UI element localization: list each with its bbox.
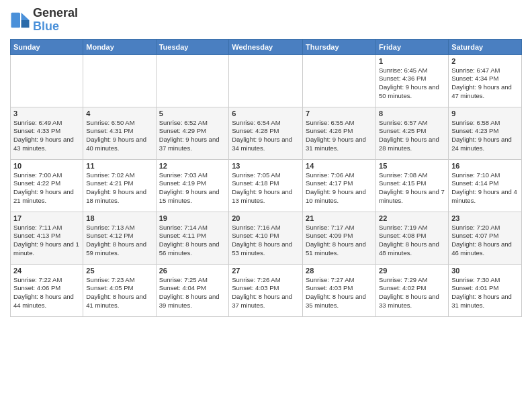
day-info: Sunrise: 7:08 AM Sunset: 4:15 PM Dayligh… <box>379 171 445 205</box>
calendar-cell <box>83 54 156 107</box>
day-info: Sunrise: 7:03 AM Sunset: 4:19 PM Dayligh… <box>159 171 226 205</box>
day-number: 20 <box>232 214 300 222</box>
calendar-cell: 1Sunrise: 6:45 AM Sunset: 4:36 PM Daylig… <box>376 54 449 107</box>
day-number: 21 <box>306 214 373 222</box>
calendar-header-thursday: Thursday <box>303 39 376 54</box>
day-info: Sunrise: 6:54 AM Sunset: 4:28 PM Dayligh… <box>232 119 300 153</box>
day-info: Sunrise: 7:23 AM Sunset: 4:05 PM Dayligh… <box>86 276 152 310</box>
day-info: Sunrise: 7:17 AM Sunset: 4:09 PM Dayligh… <box>306 224 373 258</box>
calendar-cell: 3Sunrise: 6:49 AM Sunset: 4:33 PM Daylig… <box>11 107 83 159</box>
day-number: 2 <box>451 57 519 65</box>
day-info: Sunrise: 6:49 AM Sunset: 4:33 PM Dayligh… <box>13 119 80 153</box>
day-number: 16 <box>451 162 519 170</box>
day-info: Sunrise: 7:30 AM Sunset: 4:01 PM Dayligh… <box>451 276 519 310</box>
calendar-cell: 8Sunrise: 6:57 AM Sunset: 4:25 PM Daylig… <box>376 107 449 159</box>
calendar-cell: 28Sunrise: 7:27 AM Sunset: 4:03 PM Dayli… <box>303 264 376 316</box>
day-info: Sunrise: 7:26 AM Sunset: 4:03 PM Dayligh… <box>232 276 300 310</box>
calendar: SundayMondayTuesdayWednesdayThursdayFrid… <box>10 39 522 317</box>
calendar-week-1: 1Sunrise: 6:45 AM Sunset: 4:36 PM Daylig… <box>11 54 522 107</box>
calendar-cell: 22Sunrise: 7:19 AM Sunset: 4:08 PM Dayli… <box>376 212 449 264</box>
day-number: 4 <box>86 109 152 118</box>
day-number: 9 <box>451 109 519 118</box>
header: General Blue <box>10 7 522 34</box>
day-number: 7 <box>306 109 373 118</box>
day-number: 29 <box>379 267 445 275</box>
calendar-cell: 21Sunrise: 7:17 AM Sunset: 4:09 PM Dayli… <box>303 212 376 264</box>
calendar-cell: 9Sunrise: 6:58 AM Sunset: 4:23 PM Daylig… <box>449 107 522 159</box>
day-info: Sunrise: 7:29 AM Sunset: 4:02 PM Dayligh… <box>379 276 445 310</box>
calendar-cell: 24Sunrise: 7:22 AM Sunset: 4:06 PM Dayli… <box>11 264 83 316</box>
day-number: 19 <box>159 214 226 222</box>
day-info: Sunrise: 6:50 AM Sunset: 4:31 PM Dayligh… <box>86 119 152 153</box>
day-info: Sunrise: 7:10 AM Sunset: 4:14 PM Dayligh… <box>451 171 519 205</box>
calendar-week-5: 24Sunrise: 7:22 AM Sunset: 4:06 PM Dayli… <box>11 264 522 316</box>
calendar-cell <box>303 54 376 107</box>
calendar-cell: 27Sunrise: 7:26 AM Sunset: 4:03 PM Dayli… <box>229 264 303 316</box>
calendar-header-wednesday: Wednesday <box>229 39 303 54</box>
calendar-cell <box>156 54 229 107</box>
calendar-cell: 20Sunrise: 7:16 AM Sunset: 4:10 PM Dayli… <box>229 212 303 264</box>
calendar-cell: 14Sunrise: 7:06 AM Sunset: 4:17 PM Dayli… <box>303 159 376 212</box>
calendar-cell: 17Sunrise: 7:11 AM Sunset: 4:13 PM Dayli… <box>11 212 83 264</box>
calendar-cell: 2Sunrise: 6:47 AM Sunset: 4:34 PM Daylig… <box>449 54 522 107</box>
calendar-cell: 13Sunrise: 7:05 AM Sunset: 4:18 PM Dayli… <box>229 159 303 212</box>
day-info: Sunrise: 7:27 AM Sunset: 4:03 PM Dayligh… <box>306 276 373 310</box>
calendar-cell <box>11 54 83 107</box>
day-info: Sunrise: 7:05 AM Sunset: 4:18 PM Dayligh… <box>232 171 300 205</box>
day-info: Sunrise: 7:19 AM Sunset: 4:08 PM Dayligh… <box>379 224 445 258</box>
day-info: Sunrise: 6:57 AM Sunset: 4:25 PM Dayligh… <box>379 119 445 153</box>
day-info: Sunrise: 6:58 AM Sunset: 4:23 PM Dayligh… <box>451 119 519 153</box>
logo-line2: Blue <box>33 20 78 34</box>
calendar-header-friday: Friday <box>376 39 449 54</box>
calendar-header-saturday: Saturday <box>449 39 522 54</box>
logo-icon <box>10 10 30 30</box>
day-info: Sunrise: 7:20 AM Sunset: 4:07 PM Dayligh… <box>451 224 519 258</box>
day-number: 10 <box>13 162 80 170</box>
calendar-cell: 23Sunrise: 7:20 AM Sunset: 4:07 PM Dayli… <box>449 212 522 264</box>
day-number: 24 <box>13 267 80 275</box>
day-number: 30 <box>451 267 519 275</box>
day-number: 23 <box>451 214 519 222</box>
day-info: Sunrise: 6:55 AM Sunset: 4:26 PM Dayligh… <box>306 119 373 153</box>
svg-marker-0 <box>21 13 30 20</box>
calendar-cell <box>229 54 303 107</box>
day-number: 5 <box>159 109 226 118</box>
calendar-header-tuesday: Tuesday <box>156 39 229 54</box>
calendar-cell: 6Sunrise: 6:54 AM Sunset: 4:28 PM Daylig… <box>229 107 303 159</box>
calendar-week-3: 10Sunrise: 7:00 AM Sunset: 4:22 PM Dayli… <box>11 159 522 212</box>
logo-line1: General <box>33 7 78 20</box>
page-container: General Blue SundayMondayTuesdayWednesda… <box>0 0 532 324</box>
calendar-cell: 29Sunrise: 7:29 AM Sunset: 4:02 PM Dayli… <box>376 264 449 316</box>
calendar-header-row: SundayMondayTuesdayWednesdayThursdayFrid… <box>11 39 522 54</box>
svg-marker-1 <box>21 20 30 28</box>
calendar-cell: 16Sunrise: 7:10 AM Sunset: 4:14 PM Dayli… <box>449 159 522 212</box>
day-number: 3 <box>13 109 80 118</box>
day-number: 6 <box>232 109 300 118</box>
day-number: 8 <box>379 109 445 118</box>
calendar-cell: 4Sunrise: 6:50 AM Sunset: 4:31 PM Daylig… <box>83 107 156 159</box>
day-number: 15 <box>379 162 445 170</box>
day-number: 27 <box>232 267 300 275</box>
logo: General Blue <box>10 7 78 34</box>
day-number: 26 <box>159 267 226 275</box>
calendar-cell: 25Sunrise: 7:23 AM Sunset: 4:05 PM Dayli… <box>83 264 156 316</box>
svg-rect-2 <box>11 13 21 28</box>
calendar-header-sunday: Sunday <box>11 39 83 54</box>
day-info: Sunrise: 7:22 AM Sunset: 4:06 PM Dayligh… <box>13 276 80 310</box>
calendar-cell: 11Sunrise: 7:02 AM Sunset: 4:21 PM Dayli… <box>83 159 156 212</box>
calendar-cell: 18Sunrise: 7:13 AM Sunset: 4:12 PM Dayli… <box>83 212 156 264</box>
calendar-week-4: 17Sunrise: 7:11 AM Sunset: 4:13 PM Dayli… <box>11 212 522 264</box>
day-info: Sunrise: 6:45 AM Sunset: 4:36 PM Dayligh… <box>379 66 445 101</box>
logo-text: General Blue <box>33 7 78 34</box>
calendar-cell: 19Sunrise: 7:14 AM Sunset: 4:11 PM Dayli… <box>156 212 229 264</box>
calendar-header-monday: Monday <box>83 39 156 54</box>
day-info: Sunrise: 7:00 AM Sunset: 4:22 PM Dayligh… <box>13 171 80 205</box>
day-info: Sunrise: 7:25 AM Sunset: 4:04 PM Dayligh… <box>159 276 226 310</box>
day-number: 13 <box>232 162 300 170</box>
day-info: Sunrise: 6:52 AM Sunset: 4:29 PM Dayligh… <box>159 119 226 153</box>
day-number: 11 <box>86 162 152 170</box>
calendar-week-2: 3Sunrise: 6:49 AM Sunset: 4:33 PM Daylig… <box>11 107 522 159</box>
day-number: 17 <box>13 214 80 222</box>
day-number: 1 <box>379 57 445 65</box>
calendar-cell: 12Sunrise: 7:03 AM Sunset: 4:19 PM Dayli… <box>156 159 229 212</box>
